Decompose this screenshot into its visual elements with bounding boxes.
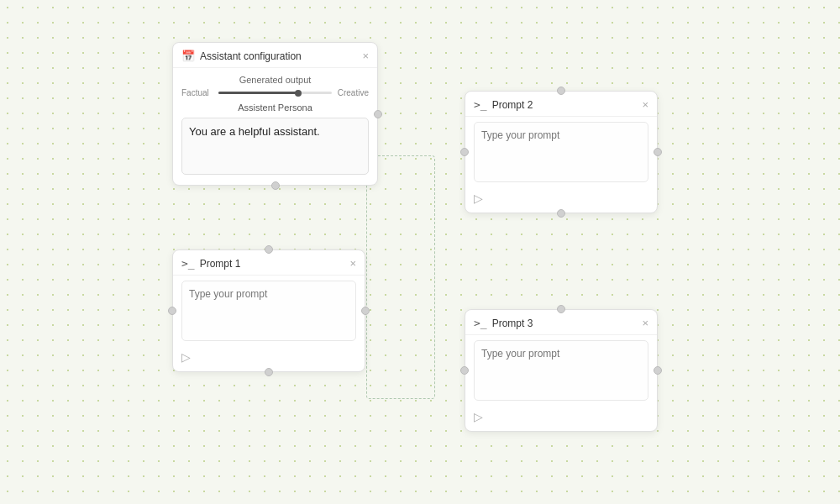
assistant-port-right[interactable] bbox=[374, 110, 382, 118]
prompt2-run-button[interactable]: ▷ bbox=[474, 192, 483, 205]
prompt3-port-right[interactable] bbox=[654, 366, 662, 375]
persona-label: Assistent Persona bbox=[181, 102, 369, 113]
prompt3-title: Prompt 3 bbox=[492, 318, 533, 329]
slider-left-label: Factual bbox=[181, 88, 213, 97]
calendar-icon: 📅 bbox=[181, 50, 195, 62]
prompt2-header-left: >_ Prompt 2 bbox=[474, 98, 533, 111]
assistant-config-title: Assistant configuration bbox=[200, 50, 302, 62]
prompt1-port-left[interactable] bbox=[168, 307, 176, 315]
prompt2-port-bottom[interactable] bbox=[557, 209, 565, 218]
canvas: 📅 Assistant configuration × Generated ou… bbox=[0, 0, 840, 504]
slider-thumb bbox=[295, 90, 302, 97]
assistant-config-close[interactable]: × bbox=[362, 50, 369, 61]
assistant-config-body: Generated output Factual Creative Assist… bbox=[173, 68, 377, 185]
prompt2-node: >_ Prompt 2 × ▷ bbox=[465, 91, 658, 213]
prompt2-port-right[interactable] bbox=[654, 148, 662, 156]
prompt1-node: >_ Prompt 1 × ▷ bbox=[172, 249, 365, 372]
assistant-port-bottom[interactable] bbox=[271, 181, 280, 190]
prompt3-header-left: >_ Prompt 3 bbox=[474, 317, 533, 329]
prompt1-port-right[interactable] bbox=[361, 307, 370, 315]
prompt1-header: >_ Prompt 1 × bbox=[173, 250, 365, 276]
prompt3-close[interactable]: × bbox=[642, 318, 648, 328]
prompt1-body: ▷ bbox=[173, 276, 365, 371]
prompt2-port-top[interactable] bbox=[557, 87, 565, 95]
prompt3-header: >_ Prompt 3 × bbox=[465, 310, 657, 335]
prompt1-close[interactable]: × bbox=[349, 258, 356, 269]
prompt2-header: >_ Prompt 2 × bbox=[465, 92, 657, 117]
slider-right-label: Creative bbox=[337, 88, 369, 97]
prompt1-port-top[interactable] bbox=[265, 245, 273, 254]
prompt3-port-top[interactable] bbox=[557, 305, 565, 313]
prompt1-terminal-icon: >_ bbox=[181, 257, 195, 270]
prompt3-terminal-icon: >_ bbox=[474, 317, 487, 329]
assistant-config-node: 📅 Assistant configuration × Generated ou… bbox=[172, 42, 378, 186]
prompt3-body: ▷ bbox=[465, 335, 657, 431]
assistant-config-header-left: 📅 Assistant configuration bbox=[181, 50, 302, 62]
prompt1-run-button[interactable]: ▷ bbox=[181, 350, 191, 364]
assistant-config-header: 📅 Assistant configuration × bbox=[173, 43, 377, 68]
slider-track[interactable] bbox=[218, 92, 332, 94]
prompt3-run-button[interactable]: ▷ bbox=[474, 410, 483, 423]
prompt3-textarea[interactable] bbox=[474, 340, 648, 401]
prompt1-header-left: >_ Prompt 1 bbox=[181, 257, 240, 270]
prompt1-port-bottom[interactable] bbox=[265, 368, 273, 376]
prompt1-title: Prompt 1 bbox=[200, 258, 241, 270]
prompt2-title: Prompt 2 bbox=[492, 99, 533, 111]
prompt3-port-left[interactable] bbox=[460, 366, 469, 375]
prompt2-close[interactable]: × bbox=[642, 99, 648, 110]
persona-textarea[interactable] bbox=[181, 118, 369, 175]
prompt2-terminal-icon: >_ bbox=[474, 98, 487, 111]
slider-fill bbox=[218, 92, 298, 94]
prompt1-textarea[interactable] bbox=[181, 281, 356, 341]
prompt2-body: ▷ bbox=[465, 117, 657, 213]
prompt2-textarea[interactable] bbox=[474, 122, 648, 182]
prompt3-node: >_ Prompt 3 × ▷ bbox=[465, 309, 658, 432]
slider-section-label: Generated output bbox=[181, 75, 369, 85]
dashed-connector bbox=[366, 155, 435, 399]
prompt2-port-left[interactable] bbox=[460, 148, 469, 156]
slider-row: Factual Creative bbox=[181, 88, 369, 97]
